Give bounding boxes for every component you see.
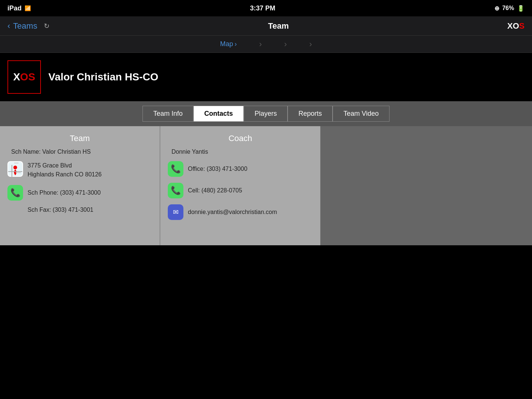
team-name: Valor Christian HS-CO	[48, 71, 158, 83]
phone-icon: 📞	[7, 185, 23, 201]
tab-reports[interactable]: Reports	[288, 106, 333, 122]
coach-cell-phone-row[interactable]: 📞 Cell: (480) 228-0705	[168, 183, 313, 198]
brand-s: S	[519, 21, 525, 31]
device-label: iPad	[7, 4, 22, 12]
status-left: iPad 📶	[7, 4, 31, 12]
status-right: ⊕ 76% 🔋	[494, 5, 525, 12]
nav-bar: ‹ Teams ↻ Team XOS	[0, 16, 532, 36]
svg-rect-6	[16, 172, 21, 173]
coach-office-phone: Office: (303) 471-3000	[188, 166, 247, 172]
school-name: Sch Name: Valor Christian HS	[7, 149, 152, 155]
tab-team-info[interactable]: Team Info	[142, 106, 193, 122]
coach-section: Coach Donnie Yantis 📞 Office: (303) 471-…	[160, 126, 320, 245]
battery-level: 76%	[502, 5, 514, 12]
school-phone: Sch Phone: (303) 471-3000	[28, 189, 101, 196]
breadcrumb-arrow-2: ›	[284, 39, 287, 49]
school-fax: Sch Fax: (303) 471-3001	[7, 207, 152, 213]
reload-icon[interactable]: ↻	[44, 22, 49, 30]
coach-section-title: Coach	[168, 134, 313, 143]
location-icon: ⊕	[494, 5, 499, 12]
school-phone-row[interactable]: 📞 Sch Phone: (303) 471-3000	[7, 185, 152, 201]
map-label[interactable]: Map	[220, 40, 233, 48]
tab-contacts[interactable]: Contacts	[193, 106, 244, 122]
maps-icon	[7, 161, 23, 177]
svg-point-2	[13, 166, 17, 169]
coach-email: donnie.yantis@valorchristian.com	[188, 209, 277, 216]
team-logo-text: XOS	[13, 71, 35, 83]
address-row: 3775 Grace Blvd Highlands Ranch CO 80126	[7, 161, 152, 179]
address-line1: 3775 Grace Blvd	[28, 161, 102, 170]
team-logo: XOS	[7, 60, 41, 94]
address-line2: Highlands Ranch CO 80126	[28, 170, 102, 179]
back-chevron-icon[interactable]: ‹	[7, 21, 10, 31]
brand-logo: XOS	[507, 21, 525, 31]
breadcrumb-arrow-3: ›	[309, 39, 312, 49]
tab-players[interactable]: Players	[244, 106, 288, 122]
tab-team-video[interactable]: Team Video	[333, 106, 390, 122]
page-title: Team	[268, 21, 289, 31]
address-text: 3775 Grace Blvd Highlands Ranch CO 80126	[28, 161, 102, 179]
battery-icon: 🔋	[517, 5, 525, 12]
coach-name: Donnie Yantis	[168, 149, 313, 155]
breadcrumb-bar: Map › › › ›	[0, 36, 532, 53]
tab-bar: Team Info Contacts Players Reports Team …	[0, 101, 532, 126]
coach-cell-phone: Cell: (480) 228-0705	[188, 187, 242, 194]
email-icon: ✉	[168, 204, 183, 220]
brand-xo: XO	[507, 21, 519, 31]
coach-office-phone-icon: 📞	[168, 161, 183, 177]
back-button[interactable]: Teams	[13, 21, 37, 31]
team-section-title: Team	[7, 134, 152, 143]
map-link[interactable]: Map ›	[220, 40, 237, 48]
status-time: 3:37 PM	[250, 4, 275, 12]
coach-email-row[interactable]: ✉ donnie.yantis@valorchristian.com	[168, 204, 313, 220]
status-bar: iPad 📶 3:37 PM ⊕ 76% 🔋	[0, 0, 532, 16]
team-section: Team Sch Name: Valor Christian HS 3775 G…	[0, 126, 160, 245]
team-header: XOS Valor Christian HS-CO	[0, 53, 532, 101]
content-area: Team Sch Name: Valor Christian HS 3775 G…	[0, 126, 532, 245]
coach-cell-phone-icon: 📞	[168, 183, 183, 198]
map-chevron-icon: ›	[235, 40, 237, 48]
wifi-icon: 📶	[25, 5, 31, 11]
coach-office-phone-row[interactable]: 📞 Office: (303) 471-3000	[168, 161, 313, 177]
nav-left: ‹ Teams ↻	[7, 21, 49, 31]
svg-rect-5	[14, 163, 19, 163]
breadcrumb-arrow-1: ›	[259, 39, 262, 49]
